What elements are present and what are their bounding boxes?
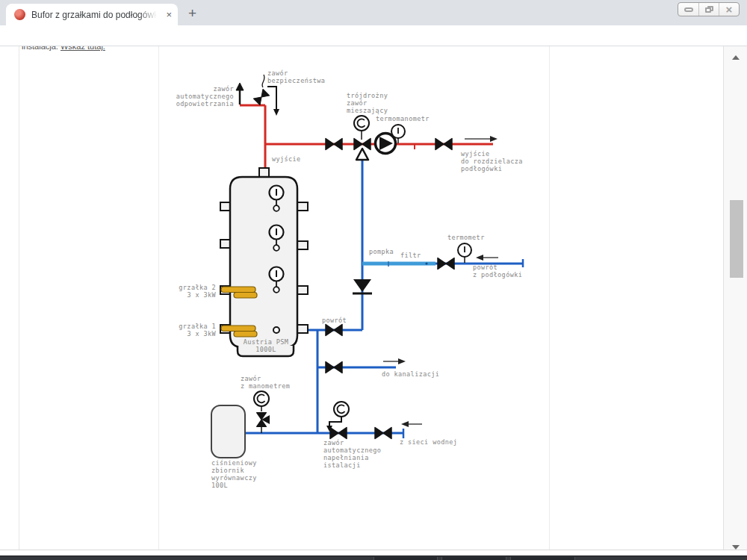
new-tab-button[interactable]: + [188,5,196,22]
browser-tab[interactable]: Bufor z grzałkami do podłogówk × [6,4,178,25]
close-icon: × [726,4,733,15]
taskbar-window-preview [441,557,506,560]
minimize-button[interactable] [678,3,698,16]
scroll-up-icon[interactable] [732,55,740,60]
clipped-post-text: instalacja. Wskaż tutaj. [22,46,105,55]
intro-prefix: instalacja. [22,46,61,51]
tab-strip: Bufor z grzałkami do podłogówk × + × [0,0,747,25]
taskbar-sliver [0,556,747,560]
close-button[interactable]: × [719,3,739,16]
page-scrollbar[interactable] [723,46,747,556]
scrollbar-thumb[interactable] [730,200,743,278]
taskbar-window-preview [510,557,575,560]
tab-title: Bufor z grzałkami do podłogówk [31,10,157,20]
taskbar-window-preview [374,557,438,560]
window-controls: × [678,2,740,16]
browser-toolbar: ← → https://forum.info-ogrzewanie.pl/top… [0,25,747,46]
minimize-icon [684,7,693,12]
restore-icon [705,6,713,13]
page-content: instalacja. Wskaż tutaj. [0,46,747,550]
forum-favicon-icon [14,9,25,20]
content-bottom-edge [0,550,747,556]
page-left-border [19,46,19,550]
tab-close-icon[interactable]: × [166,10,172,19]
post-left-border [158,46,159,550]
intro-link[interactable]: Wskaż tutaj. [61,46,105,51]
post-right-border [549,46,550,550]
restore-button[interactable] [698,3,719,16]
